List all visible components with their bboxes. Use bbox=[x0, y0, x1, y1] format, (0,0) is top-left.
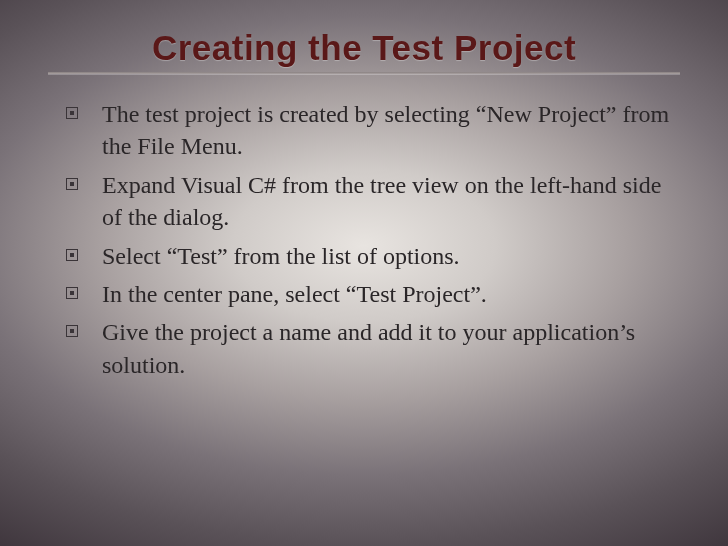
bullet-list: The test project is created by selecting… bbox=[48, 98, 680, 381]
slide-title: Creating the Test Project bbox=[48, 28, 680, 68]
slide: Creating the Test Project The test proje… bbox=[0, 0, 728, 546]
list-item: The test project is created by selecting… bbox=[66, 98, 680, 163]
title-underline bbox=[48, 72, 680, 74]
list-item: Expand Visual C# from the tree view on t… bbox=[66, 169, 680, 234]
list-item: Select “Test” from the list of options. bbox=[66, 240, 680, 272]
list-item: In the center pane, select “Test Project… bbox=[66, 278, 680, 310]
list-item: Give the project a name and add it to yo… bbox=[66, 316, 680, 381]
